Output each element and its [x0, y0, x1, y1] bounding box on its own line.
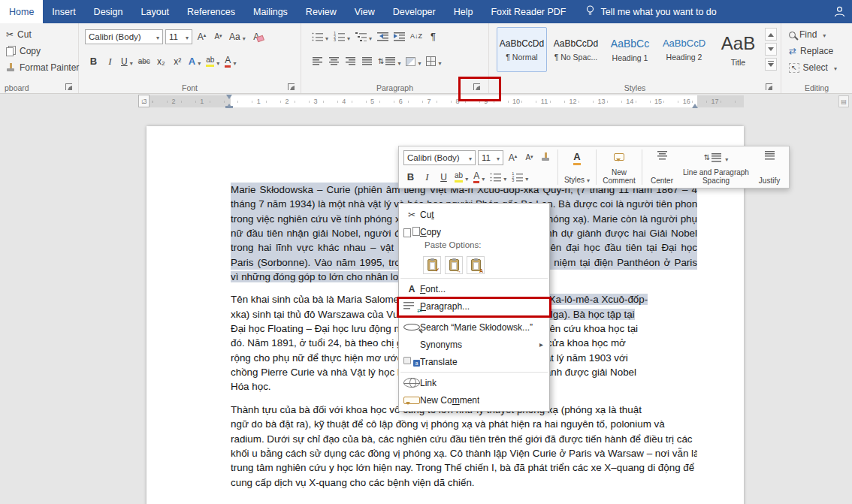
mini-numbering-button[interactable] — [510, 169, 530, 185]
italic-button[interactable]: I — [103, 53, 117, 69]
tab-view[interactable]: View — [346, 0, 384, 23]
chevron-down-icon — [183, 32, 189, 41]
replace-button[interactable]: ⇄ Replace — [786, 44, 836, 58]
mini-font-size-select[interactable]: 11 — [478, 150, 503, 165]
menu-item-cut[interactable]: ✂Cut — [399, 206, 549, 223]
mini-format-painter-button[interactable] — [539, 149, 553, 165]
mini-font-name-select[interactable]: Calibri (Body) — [403, 150, 476, 165]
mini-bold-button[interactable]: B — [403, 169, 418, 185]
decrease-indent-button[interactable] — [376, 29, 390, 44]
borders-button[interactable] — [424, 53, 443, 69]
tab-foxit-reader-pdf[interactable]: Foxit Reader PDF — [482, 0, 575, 23]
mini-italic-button[interactable]: I — [420, 169, 434, 185]
font-dialog-launcher[interactable] — [288, 83, 295, 90]
find-button[interactable]: Find — [786, 28, 829, 41]
styles-scroll-down-button[interactable] — [765, 43, 777, 56]
tell-me-box[interactable]: Tell me what you want to do — [585, 0, 716, 23]
styles-scroll-up-button[interactable] — [765, 28, 777, 41]
mini-highlight-button[interactable]: ab — [453, 169, 470, 185]
subscript-button[interactable]: x₂ — [154, 53, 168, 69]
align-left-button[interactable] — [310, 53, 325, 69]
text-highlight-button[interactable]: ab — [204, 53, 221, 69]
bold-button[interactable]: B — [86, 53, 101, 69]
menu-item-link[interactable]: Link — [399, 374, 549, 391]
font-size-select[interactable]: 11 — [165, 29, 192, 44]
cut-button[interactable]: ✂ Cut — [3, 28, 35, 41]
change-case-button[interactable]: Aa — [228, 29, 247, 44]
styles-group-label: Styles — [489, 83, 781, 92]
mini-justify-button[interactable]: Justify — [752, 146, 787, 188]
left-indent-marker[interactable] — [225, 106, 233, 108]
ruler-options-icon[interactable]: ▤ — [838, 95, 849, 107]
tab-developer[interactable]: Developer — [384, 0, 445, 23]
chevron-down-icon — [395, 55, 400, 68]
ruler-number: 7 — [428, 98, 431, 105]
tab-home[interactable]: Home — [0, 0, 43, 23]
underline-button[interactable]: U — [119, 53, 134, 69]
style-normal[interactable]: AaBbCcDd¶ Normal — [497, 27, 547, 72]
merge-formatting-button[interactable]: → — [445, 256, 463, 274]
mini-bullets-button[interactable] — [488, 169, 508, 185]
font-name-select[interactable]: Calibri (Body) — [85, 29, 163, 44]
line-spacing-button[interactable]: ⇅ — [376, 53, 402, 69]
chevron-down-icon — [195, 55, 201, 68]
menu-item-copy[interactable]: Copy — [399, 223, 549, 240]
mini-new-comment-button[interactable]: New Comment — [598, 146, 640, 188]
styles-more-button[interactable] — [765, 58, 777, 71]
multilevel-list-button[interactable] — [354, 29, 373, 44]
clipboard-dialog-launcher[interactable] — [65, 83, 72, 90]
format-painter-button[interactable]: Format Painter — [3, 61, 82, 74]
style-name: Title — [731, 58, 745, 67]
styles-dialog-launcher[interactable] — [766, 83, 772, 90]
menu-item-new-comment[interactable]: New Comment — [399, 391, 549, 409]
superscript-button[interactable]: x² — [171, 53, 185, 69]
tab-references[interactable]: References — [178, 0, 244, 23]
mini-font-color-button[interactable]: A — [472, 169, 486, 185]
keep-source-formatting-button[interactable]: ✓ — [423, 256, 441, 274]
mini-center-button[interactable]: Center — [644, 146, 680, 188]
style-preview: AaBbCcDd — [500, 38, 544, 49]
right-indent-marker[interactable] — [692, 101, 698, 108]
bullets-button[interactable] — [310, 29, 330, 44]
menu-item-search-marie-sk-odowsk[interactable]: Search “Marie Skłodowsk...” — [399, 318, 549, 336]
shading-button[interactable] — [404, 53, 422, 69]
sort-button[interactable]: A↓Z — [409, 29, 424, 44]
numbering-button[interactable] — [332, 29, 352, 44]
strikethrough-button[interactable]: abc — [137, 53, 152, 69]
tab-help[interactable]: Help — [445, 0, 482, 23]
grow-font-button[interactable]: A — [195, 29, 209, 44]
text-effects-button[interactable]: A — [187, 53, 202, 69]
keep-text-only-button[interactable]: A — [467, 256, 485, 274]
menu-item-font[interactable]: AFont... — [399, 280, 549, 297]
font-color-button[interactable]: A — [223, 53, 237, 69]
mini-line-spacing-button[interactable]: ⇅ Line and Paragraph Spacing — [680, 146, 752, 188]
align-right-button[interactable] — [343, 53, 358, 69]
tab-design[interactable]: Design — [85, 0, 132, 23]
style-title[interactable]: AaBTitle — [713, 27, 763, 72]
mini-underline-button[interactable]: U — [437, 169, 451, 185]
mini-styles-button[interactable]: A Styles — [560, 146, 594, 188]
menu-item-synonyms[interactable]: Synonyms▸ — [399, 336, 549, 353]
shrink-font-button[interactable]: A — [211, 29, 225, 44]
tab-layout[interactable]: Layout — [132, 0, 179, 23]
copy-button[interactable]: Copy — [3, 44, 44, 58]
increase-indent-button[interactable] — [392, 29, 406, 44]
tab-insert[interactable]: Insert — [43, 0, 84, 23]
mini-shrink-font-button[interactable]: A — [522, 149, 536, 165]
align-center-button[interactable] — [327, 53, 341, 69]
account-icon[interactable] — [833, 5, 846, 20]
style-heading-1[interactable]: AaBbCcHeading 1 — [605, 27, 655, 72]
clear-formatting-button[interactable]: A — [249, 29, 264, 44]
select-button[interactable]: ↖ Select — [786, 61, 840, 74]
tab-mailings[interactable]: Mailings — [244, 0, 297, 23]
style-heading-2[interactable]: AaBbCcDHeading 2 — [659, 27, 709, 72]
paragraph[interactable]: Thành tựu của bà đối với khoa học vô cùn… — [231, 403, 697, 490]
menu-item-translate[interactable]: Translate — [399, 353, 549, 370]
tab-review[interactable]: Review — [297, 0, 346, 23]
style-no-spac[interactable]: AaBbCcDd¶ No Spac... — [551, 27, 601, 72]
justify-button[interactable] — [360, 53, 374, 69]
mini-grow-font-button[interactable]: A — [506, 149, 520, 165]
style-name: Heading 2 — [666, 53, 702, 62]
ruler[interactable]: ∟ ▤ 3211234567891011121314151617 — [0, 94, 852, 109]
show-paragraph-marks-button[interactable]: ¶ — [426, 29, 440, 44]
